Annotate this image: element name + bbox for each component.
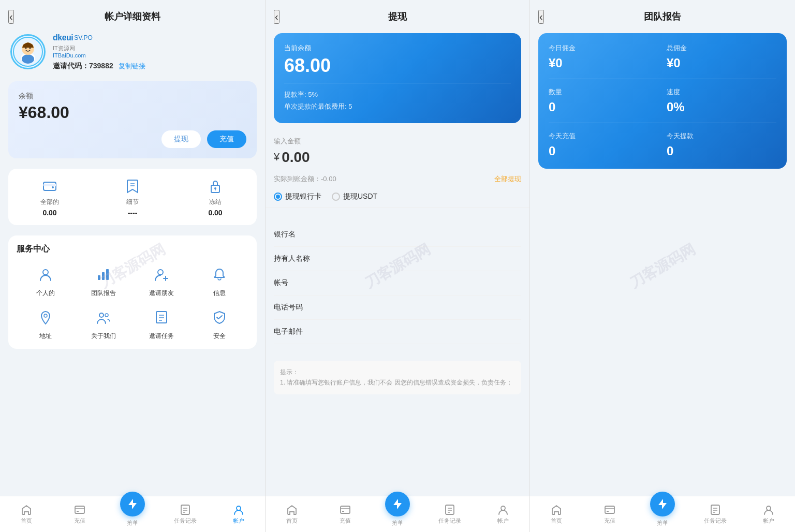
panel-withdraw: 刀客源码网 ‹ 提现 当前余额 68.00 提款率: 5% 单次提款的最低费用:… bbox=[265, 0, 530, 532]
nav-home-2[interactable]: 首页 bbox=[279, 504, 305, 525]
nav-home-3[interactable]: 首页 bbox=[543, 504, 569, 525]
svg-rect-16 bbox=[102, 272, 105, 280]
brand-url: ITBaiDu.com bbox=[53, 52, 255, 58]
tr-speed-label: 速度 bbox=[667, 87, 776, 97]
radio-bank-inner bbox=[276, 195, 280, 199]
nav-recharge-2[interactable]: 充值 bbox=[332, 504, 358, 525]
withdraw-button[interactable]: 提现 bbox=[161, 130, 201, 148]
back-button-1[interactable]: ‹ bbox=[8, 10, 14, 24]
team-report-card: 今日佣金 ¥0 总佣金 ¥0 数量 0 速度 0% 今天充值 0 今天提款 0 bbox=[538, 33, 787, 169]
form-field-bank-name[interactable]: 银行名 bbox=[274, 223, 521, 247]
nav-grab-2[interactable]: 抢单 bbox=[385, 502, 410, 527]
service-grid: 个人的 团队报告 邀请朋友 信息 bbox=[17, 263, 248, 341]
nav-account-2[interactable]: 帐户 bbox=[490, 504, 516, 525]
nav-recharge-label-3: 充值 bbox=[604, 517, 615, 525]
grab-special-btn-2[interactable] bbox=[385, 492, 410, 516]
service-message[interactable]: 信息 bbox=[190, 263, 248, 298]
all-withdraw-button[interactable]: 全部提现 bbox=[494, 174, 521, 184]
people-icon bbox=[92, 306, 115, 329]
recharge-button[interactable]: 充值 bbox=[207, 130, 246, 148]
svg-point-45 bbox=[501, 506, 505, 510]
nav-task-1[interactable]: 任务记录 bbox=[172, 504, 198, 525]
nav-grab-3[interactable]: 抢单 bbox=[650, 502, 675, 527]
form-field-account[interactable]: 帐号 bbox=[274, 271, 521, 295]
stat-frozen[interactable]: 冻结 0.00 bbox=[206, 177, 225, 217]
service-about-label: 关于我们 bbox=[91, 332, 116, 341]
back-button-2[interactable]: ‹ bbox=[274, 10, 279, 24]
service-security[interactable]: 安全 bbox=[190, 306, 248, 341]
account-icon-2 bbox=[497, 504, 509, 515]
form-field-holder-name[interactable]: 持有人名称 bbox=[274, 247, 521, 271]
lightning-icon-2 bbox=[391, 498, 404, 510]
bell-icon bbox=[208, 263, 231, 286]
nav-recharge-label-1: 充值 bbox=[74, 517, 85, 525]
wb-divider bbox=[284, 83, 511, 83]
service-center-title: 服务中心 bbox=[17, 244, 248, 255]
nav-task-3[interactable]: 任务记录 bbox=[702, 504, 728, 525]
task-list-icon-2 bbox=[444, 504, 455, 515]
service-invite-label: 邀请朋友 bbox=[149, 289, 174, 298]
tr-speed-value: 0% bbox=[667, 100, 776, 114]
tr-today-withdraw-label: 今天提款 bbox=[667, 131, 776, 141]
svg-rect-15 bbox=[98, 275, 100, 280]
form-field-email[interactable]: 电子邮件 bbox=[274, 320, 521, 344]
service-personal[interactable]: 个人的 bbox=[17, 263, 75, 298]
back-button-3[interactable]: ‹ bbox=[538, 10, 544, 24]
nav-task-label-2: 任务记录 bbox=[438, 517, 461, 525]
nav-task-2[interactable]: 任务记录 bbox=[437, 504, 463, 525]
radio-bank bbox=[274, 193, 282, 201]
stat-all[interactable]: 全部的 0.00 bbox=[40, 177, 59, 217]
svg-rect-48 bbox=[607, 511, 609, 512]
nav-account-label-2: 帐户 bbox=[497, 517, 509, 525]
service-personal-label: 个人的 bbox=[36, 289, 55, 298]
lightning-icon-1 bbox=[126, 498, 139, 510]
nav-recharge-1[interactable]: 充值 bbox=[67, 504, 93, 525]
svg-point-2 bbox=[22, 54, 34, 64]
nav-account-3[interactable]: 帐户 bbox=[756, 504, 782, 525]
payment-tab-usdt[interactable]: 提现USDT bbox=[332, 192, 377, 201]
nav-account-label-1: 帐户 bbox=[233, 517, 244, 525]
input-section: 输入金额 ¥ 实际到账金额：-0.00 全部提现 bbox=[274, 137, 521, 184]
bottom-nav-1: 首页 充值 抢单 任务记录 帐户 bbox=[0, 496, 265, 532]
tr-today-recharge-value: 0 bbox=[549, 144, 658, 158]
nav-grab-1[interactable]: 抢单 bbox=[120, 502, 145, 527]
nav-home-1[interactable]: 首页 bbox=[13, 504, 39, 525]
service-address[interactable]: 地址 bbox=[17, 306, 75, 341]
service-invite-task-label: 邀请任务 bbox=[149, 332, 174, 341]
svg-point-8 bbox=[52, 186, 54, 188]
person-icon bbox=[34, 263, 57, 286]
wb-fee-rate: 提款率: 5% bbox=[284, 88, 511, 100]
balance-actions: 提现 充值 bbox=[19, 130, 246, 148]
form-field-phone[interactable]: 电话号码 bbox=[274, 295, 521, 320]
svg-rect-50 bbox=[711, 505, 719, 514]
home-icon-2 bbox=[286, 504, 298, 515]
tr-quantity: 数量 0 bbox=[549, 87, 658, 114]
svg-point-12 bbox=[214, 187, 216, 189]
nav-account-1[interactable]: 帐户 bbox=[226, 504, 252, 525]
svg-point-23 bbox=[105, 314, 108, 317]
svg-rect-46 bbox=[605, 506, 614, 513]
service-security-label: 安全 bbox=[213, 332, 226, 341]
task-list-icon-3 bbox=[710, 504, 721, 515]
recharge-icon-2 bbox=[340, 504, 351, 515]
grab-special-btn-3[interactable] bbox=[650, 492, 675, 516]
copy-link-button[interactable]: 复制链接 bbox=[119, 62, 145, 71]
account-icon-1 bbox=[233, 504, 244, 515]
wallet-icon bbox=[40, 177, 59, 196]
stat-detail[interactable]: 细节 ---- bbox=[123, 177, 142, 217]
service-invite-task[interactable]: 邀请任务 bbox=[132, 306, 190, 341]
actual-amount-row: 实际到账金额：-0.00 全部提现 bbox=[274, 174, 521, 184]
service-team-report[interactable]: 团队报告 bbox=[75, 263, 132, 298]
balance-card: 余额 ¥68.00 提现 充值 bbox=[8, 81, 257, 158]
tr-total-commission-label: 总佣金 bbox=[667, 43, 776, 53]
service-about[interactable]: 关于我们 bbox=[75, 306, 132, 341]
payment-tab-bank[interactable]: 提现银行卡 bbox=[274, 192, 321, 201]
svg-point-36 bbox=[237, 506, 241, 510]
amount-input[interactable] bbox=[282, 149, 521, 166]
nav-recharge-3[interactable]: 充值 bbox=[597, 504, 623, 525]
radio-usdt bbox=[332, 193, 340, 201]
panel2-header: ‹ 提现 bbox=[266, 0, 529, 28]
grab-special-btn-1[interactable] bbox=[120, 492, 145, 516]
service-invite[interactable]: 邀请朋友 bbox=[132, 263, 190, 298]
svg-rect-32 bbox=[181, 505, 189, 514]
